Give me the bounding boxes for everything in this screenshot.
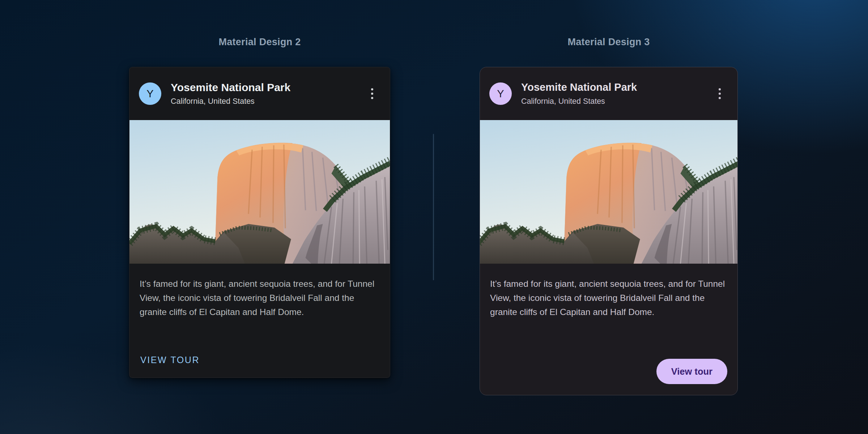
avatar-letter: Y xyxy=(497,88,504,100)
card-title-block: Yosemite National Park California, Unite… xyxy=(512,81,711,106)
card-title: Yosemite National Park xyxy=(171,81,364,94)
card-header: Y Yosemite National Park California, Uni… xyxy=(129,67,390,120)
avatar: Y xyxy=(489,82,512,105)
view-tour-button[interactable]: View tour xyxy=(656,359,727,384)
card-title: Yosemite National Park xyxy=(521,81,711,93)
card-body-text: It’s famed for its giant, ancient sequoi… xyxy=(140,277,380,319)
half-dome-photo-svg xyxy=(129,120,390,264)
card-md3: Y Yosemite National Park California, Uni… xyxy=(480,67,738,395)
card-title-block: Yosemite National Park California, Unite… xyxy=(161,81,364,106)
card-body-text: It’s famed for its giant, ancient sequoi… xyxy=(490,277,727,319)
kebab-menu-icon[interactable] xyxy=(711,84,728,104)
card-md2: Y Yosemite National Park California, Uni… xyxy=(129,67,390,378)
avatar: Y xyxy=(139,82,161,105)
half-dome-photo-svg xyxy=(480,120,737,264)
half-dome-photo xyxy=(129,120,390,264)
card-subtitle: California, United States xyxy=(171,97,364,106)
card-header: Y Yosemite National Park California, Uni… xyxy=(480,67,737,120)
kebab-menu-icon[interactable] xyxy=(364,84,380,104)
card-subtitle: California, United States xyxy=(521,97,711,106)
view-tour-button[interactable]: VIEW TOUR xyxy=(140,355,200,365)
vertical-divider xyxy=(433,134,434,280)
half-dome-photo xyxy=(480,120,737,264)
section-heading-md2: Material Design 2 xyxy=(129,37,390,48)
avatar-letter: Y xyxy=(146,88,153,100)
section-heading-md3: Material Design 3 xyxy=(480,37,738,48)
